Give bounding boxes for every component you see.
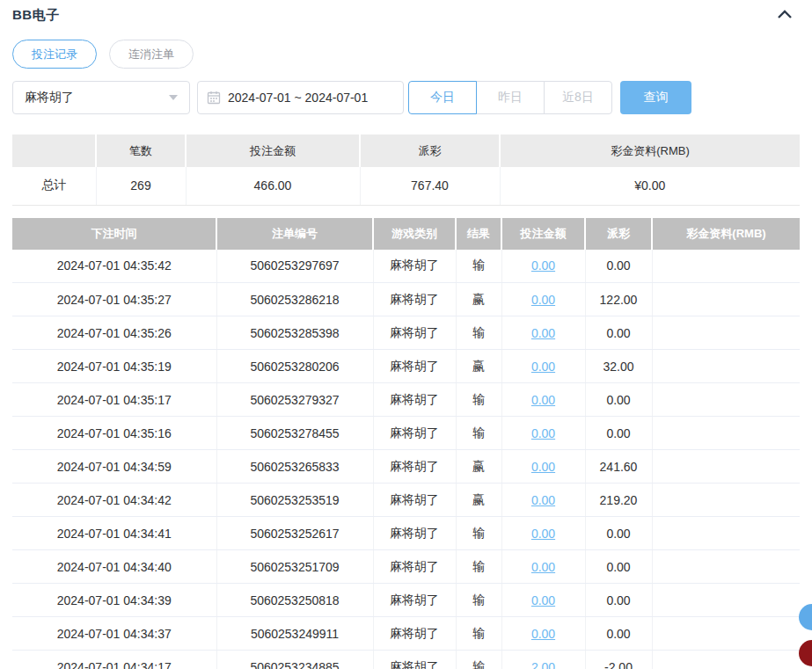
- bet-amount-link[interactable]: 0.00: [531, 493, 555, 507]
- game-type-cell: 麻将胡了: [373, 383, 456, 417]
- tab-cancelled-orders[interactable]: 连消注单: [109, 40, 194, 69]
- order-number-cell: 5060253250818: [216, 584, 373, 617]
- bonus-cell: [652, 584, 800, 617]
- bet-time-cell: 2024-07-01 04:34:40: [12, 550, 216, 584]
- summary-column-header: [12, 135, 96, 167]
- table-row: 2024-07-01 04:34:395060253250818麻将胡了输0.0…: [12, 584, 800, 617]
- game-type-cell: 麻将胡了: [373, 484, 456, 517]
- result-cell: 赢: [456, 350, 501, 383]
- bet-time-cell: 2024-07-01 04:35:42: [12, 250, 216, 283]
- bonus-cell: [652, 250, 800, 283]
- bet-amount-link[interactable]: 0.00: [531, 527, 555, 541]
- quick-range-last-8-days[interactable]: 近8日: [544, 81, 612, 114]
- summary-payout: 767.40: [360, 167, 500, 205]
- records-header-row: 下注时间注单编号游戏类别结果投注金额派彩彩金资料(RMB): [12, 218, 800, 250]
- panel-header: BB电子: [12, 0, 800, 25]
- bet-amount-link[interactable]: 0.00: [531, 326, 555, 340]
- bet-amount-link[interactable]: 0.00: [531, 426, 555, 440]
- payout-cell: 219.20: [585, 484, 652, 517]
- summary-count: 269: [96, 167, 186, 205]
- result-cell: 输: [456, 584, 501, 617]
- collapse-button[interactable]: [775, 5, 794, 25]
- bet-amount-link[interactable]: 2.00: [531, 660, 555, 669]
- order-number-cell: 5060253251709: [216, 550, 373, 584]
- payout-cell: 0.00: [585, 517, 652, 550]
- bet-amount-link[interactable]: 0.00: [531, 593, 555, 607]
- game-type-cell: 麻将胡了: [373, 450, 456, 484]
- result-cell: 输: [456, 651, 501, 669]
- order-number-cell: 5060253265833: [216, 450, 373, 484]
- bonus-cell: [652, 450, 800, 484]
- records-column-header: 彩金资料(RMB): [652, 218, 800, 250]
- records-column-header: 派彩: [585, 218, 652, 250]
- bet-amount-cell: 0.00: [501, 250, 585, 283]
- table-row: 2024-07-01 04:35:195060253280206麻将胡了赢0.0…: [12, 350, 800, 383]
- summary-total-row: 总计 269 466.00 767.40 ¥0.00: [12, 167, 800, 205]
- bet-amount-link[interactable]: 0.00: [531, 560, 555, 574]
- bet-time-cell: 2024-07-01 04:35:27: [12, 283, 216, 316]
- caret-down-icon: [169, 95, 178, 100]
- bet-amount-cell: 0.00: [501, 350, 585, 383]
- bet-amount-link[interactable]: 0.00: [531, 627, 555, 641]
- game-type-cell: 麻将胡了: [373, 550, 456, 584]
- bonus-cell: [652, 550, 800, 584]
- bonus-cell: [652, 484, 800, 517]
- records-column-header: 下注时间: [12, 218, 216, 250]
- records-column-header: 投注金额: [501, 218, 585, 250]
- bet-amount-link[interactable]: 0.00: [531, 258, 555, 273]
- table-row: 2024-07-01 04:35:175060253279327麻将胡了输0.0…: [12, 383, 800, 417]
- summary-column-header: 彩金资料(RMB): [500, 135, 800, 167]
- payout-cell: 241.60: [585, 450, 652, 484]
- bonus-cell: [652, 517, 800, 550]
- order-number-cell: 5060253278455: [216, 417, 373, 450]
- bet-amount-link[interactable]: 0.00: [531, 393, 555, 407]
- summary-column-header: 派彩: [360, 135, 500, 167]
- calendar-icon: [207, 91, 221, 105]
- summary-column-header: 投注金额: [186, 135, 360, 167]
- order-number-cell: 5060253285398: [216, 316, 373, 350]
- bet-amount-cell: 0.00: [501, 283, 585, 316]
- query-button[interactable]: 查询: [620, 81, 691, 114]
- game-type-cell: 麻将胡了: [373, 651, 456, 669]
- payout-cell: 0.00: [585, 584, 652, 617]
- table-row: 2024-07-01 04:34:405060253251709麻将胡了输0.0…: [12, 550, 800, 584]
- game-type-cell: 麻将胡了: [373, 250, 456, 283]
- bonus-cell: [652, 617, 800, 651]
- bet-amount-cell: 0.00: [501, 617, 585, 651]
- tab-bet-records[interactable]: 投注记录: [12, 40, 97, 69]
- bet-time-cell: 2024-07-01 04:35:26: [12, 316, 216, 350]
- payout-cell: 32.00: [585, 350, 652, 383]
- bet-amount-link[interactable]: 0.00: [531, 460, 555, 474]
- payout-cell: 0.00: [585, 250, 652, 283]
- bet-amount-cell: 0.00: [501, 550, 585, 584]
- bet-records-panel: BB电子 投注记录 连消注单 麻将胡了: [0, 0, 812, 669]
- summary-bet-amount: 466.00: [186, 167, 360, 205]
- game-type-cell: 麻将胡了: [373, 517, 456, 550]
- date-range-picker[interactable]: 2024-07-01 ~ 2024-07-01: [197, 81, 404, 114]
- table-row: 2024-07-01 04:35:275060253286218麻将胡了赢0.0…: [12, 283, 800, 316]
- result-cell: 输: [456, 550, 501, 584]
- bet-amount-cell: 2.00: [501, 651, 585, 669]
- bet-amount-link[interactable]: 0.00: [531, 293, 555, 307]
- quick-range-group: 今日 昨日 近8日: [408, 81, 612, 114]
- order-number-cell: 5060253234885: [216, 651, 373, 669]
- bonus-cell: [652, 316, 800, 350]
- game-type-cell: 麻将胡了: [373, 283, 456, 316]
- date-range-value: 2024-07-01 ~ 2024-07-01: [228, 91, 368, 105]
- game-type-cell: 麻将胡了: [373, 350, 456, 383]
- bet-time-cell: 2024-07-01 04:34:39: [12, 584, 216, 617]
- records-column-header: 游戏类别: [373, 218, 456, 250]
- records-table: 下注时间注单编号游戏类别结果投注金额派彩彩金资料(RMB) 2024-07-01…: [12, 218, 800, 669]
- bonus-cell: [652, 417, 800, 450]
- bet-time-cell: 2024-07-01 04:34:17: [12, 651, 216, 669]
- bet-amount-link[interactable]: 0.00: [531, 360, 555, 374]
- result-cell: 输: [456, 316, 501, 350]
- bet-time-cell: 2024-07-01 04:34:59: [12, 450, 216, 484]
- payout-cell: 0.00: [585, 383, 652, 417]
- game-select[interactable]: 麻将胡了: [12, 81, 190, 114]
- quick-range-yesterday[interactable]: 昨日: [476, 81, 545, 114]
- game-type-cell: 麻将胡了: [373, 417, 456, 450]
- quick-range-today[interactable]: 今日: [408, 81, 477, 114]
- order-number-cell: 5060253279327: [216, 383, 373, 417]
- bet-time-cell: 2024-07-01 04:35:17: [12, 383, 216, 417]
